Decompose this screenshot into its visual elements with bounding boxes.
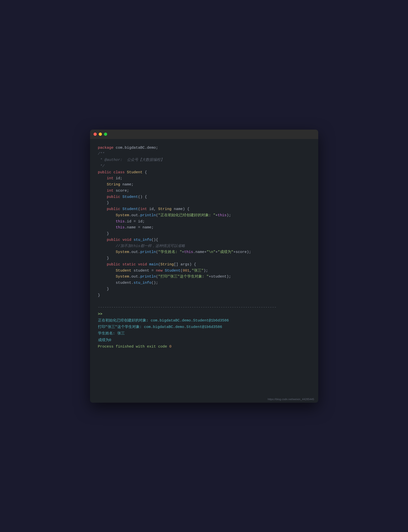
code-line: System.out.println("打印"张三"这个学生对象: "+stud…	[98, 274, 310, 280]
code-line: public void stu_info(){	[98, 237, 310, 243]
divider-line: ----------------------------------------…	[98, 304, 310, 311]
code-line: }	[98, 231, 310, 237]
code-line: package com.bigdataBC.demo;	[98, 145, 310, 151]
minimize-button[interactable]	[99, 133, 102, 136]
output-section: ----------------------------------------…	[90, 304, 318, 356]
output-line-1: 正在初始化已经创建好的对象: com.bigdataBC.demo.Studen…	[98, 318, 310, 324]
code-line: public Student(int id, String name) {	[98, 206, 310, 213]
code-line: }	[98, 286, 310, 292]
code-line: String name;	[98, 182, 310, 188]
code-line: /**	[98, 151, 310, 157]
code-line: public class Student {	[98, 170, 310, 176]
code-line: }	[98, 292, 310, 299]
maximize-button[interactable]	[104, 133, 107, 136]
code-line: }	[98, 200, 310, 206]
process-line: Process finished with exit code 0	[98, 344, 310, 350]
code-line: this.id = id;	[98, 219, 310, 225]
code-line: * @author: 公众号【大数据编程】	[98, 157, 310, 163]
code-line: int score;	[98, 188, 310, 194]
prompt-indicator: >>	[98, 311, 310, 318]
output-line-3: 学生姓名: 张三	[98, 330, 310, 337]
code-line: System.out.println("正在初始化已经创建好的对象: "+thi…	[98, 213, 310, 219]
code-line: */	[98, 163, 310, 170]
code-line: Student student = new Student(001,"张三");	[98, 268, 310, 274]
output-line-4: 成绩为0	[98, 337, 310, 344]
code-line: int id;	[98, 176, 310, 182]
titlebar	[90, 130, 318, 139]
code-line: }	[98, 255, 310, 262]
code-editor: package com.bigdataBC.demo; /** * @autho…	[90, 139, 318, 305]
code-line: public Student() {	[98, 194, 310, 200]
url-bar: https://blog.csdn.net/weixin_44285445	[268, 398, 314, 401]
code-line: System.out.println("学生姓名: "+this.name+"\…	[98, 249, 310, 255]
code-line: public static void main(String[] args) {	[98, 262, 310, 268]
code-window: package com.bigdataBC.demo; /** * @autho…	[90, 130, 318, 403]
code-line: this.name = name;	[98, 225, 310, 231]
code-line: //加不加this都一样，这种情况可以省略	[98, 243, 310, 249]
output-line-2: 打印"张三"这个学生对象: com.bigdataBC.demo.Student…	[98, 324, 310, 330]
close-button[interactable]	[94, 133, 97, 136]
code-line: student.stu_info();	[98, 280, 310, 286]
